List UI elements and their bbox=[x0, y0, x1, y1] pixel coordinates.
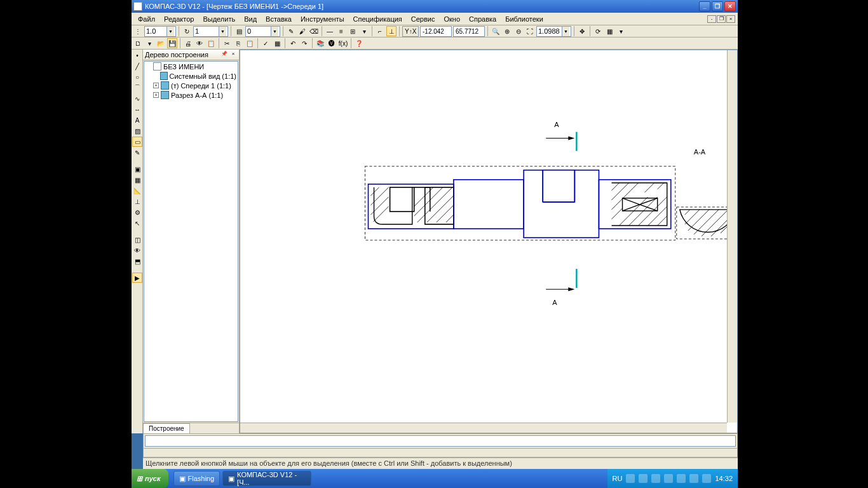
command-input[interactable] bbox=[145, 435, 736, 447]
brush-icon[interactable]: 🖌 bbox=[297, 26, 308, 36]
tree-root[interactable]: БЕЗ ИМЕНИ bbox=[144, 62, 238, 71]
clock[interactable]: 14:32 bbox=[715, 475, 733, 482]
whatsthis-icon[interactable]: ❓ bbox=[354, 38, 364, 48]
pan-icon[interactable]: ✥ bbox=[577, 26, 587, 36]
rebuild-icon[interactable]: ⟳ bbox=[593, 26, 603, 36]
zoom-in-icon[interactable]: ⊕ bbox=[502, 26, 512, 36]
check-icon[interactable]: ✓ bbox=[261, 38, 271, 48]
param-tool-icon[interactable]: ⚙ bbox=[132, 207, 142, 217]
text-tool-icon[interactable]: A bbox=[132, 115, 142, 125]
tray-icon[interactable] bbox=[626, 474, 635, 483]
doc-close[interactable]: × bbox=[726, 15, 735, 23]
doc-restore[interactable]: ❐ bbox=[717, 15, 726, 23]
line-weight-icon[interactable]: ≡ bbox=[336, 26, 346, 36]
select-tool-icon[interactable]: ↖ bbox=[132, 218, 142, 228]
table-tool-icon[interactable]: ▦ bbox=[132, 175, 142, 185]
menu-insert[interactable]: Вставка bbox=[262, 14, 295, 24]
new-icon[interactable]: 🗋 bbox=[133, 38, 143, 48]
view-tool-icon[interactable]: 👁 bbox=[132, 245, 142, 255]
scale-combo[interactable]: 1.0▼ bbox=[144, 26, 176, 37]
zoom-combo[interactable]: 1.0988▼ bbox=[536, 26, 571, 37]
menu-spec[interactable]: Спецификация bbox=[349, 14, 406, 24]
expand-icon[interactable]: + bbox=[153, 83, 159, 88]
scrollbar-horizontal[interactable] bbox=[240, 423, 727, 433]
tree-pin-icon[interactable]: 📌 bbox=[220, 51, 228, 58]
rect-tool-icon[interactable]: ▭ bbox=[132, 137, 142, 147]
coord-y-field[interactable]: 65.7712 bbox=[453, 26, 485, 37]
tree-item[interactable]: + Разрез А-А (1:1) bbox=[144, 90, 238, 100]
viewnum-combo[interactable]: 1▼ bbox=[193, 26, 228, 37]
arc-tool-icon[interactable]: ⌒ bbox=[132, 83, 142, 93]
cursor-tool-icon[interactable]: ▶ bbox=[132, 273, 142, 283]
pencil-icon[interactable]: ✎ bbox=[286, 26, 296, 36]
tree-close-icon[interactable]: × bbox=[229, 51, 237, 58]
close-button[interactable]: ✕ bbox=[724, 1, 736, 11]
taskbar-item[interactable]: ▣ Flashing bbox=[173, 471, 220, 486]
dropdown-icon[interactable]: ▾ bbox=[359, 26, 369, 36]
3d-tool-icon[interactable]: ◫ bbox=[132, 234, 142, 245]
start-button[interactable]: ⊞пуск bbox=[132, 469, 168, 488]
block-tool-icon[interactable]: ▣ bbox=[132, 164, 142, 174]
layer-combo[interactable]: 0▼ bbox=[245, 26, 280, 37]
spreadsheet-icon[interactable]: ▦ bbox=[272, 38, 282, 48]
print-icon[interactable]: 🖨 bbox=[183, 38, 193, 48]
snap-icon[interactable]: ⌐ bbox=[375, 26, 385, 36]
menu-edit[interactable]: Редактор bbox=[160, 14, 198, 24]
zoom-window-icon[interactable]: 🔍 bbox=[491, 26, 501, 36]
menu-file[interactable]: Файл bbox=[134, 14, 159, 24]
layers-icon[interactable]: ▤ bbox=[234, 26, 244, 36]
undo-icon[interactable]: ↶ bbox=[288, 38, 298, 48]
tray-icon[interactable] bbox=[639, 474, 648, 483]
maximize-button[interactable]: ❐ bbox=[712, 1, 723, 11]
minimize-button[interactable]: _ bbox=[699, 1, 710, 11]
save-icon[interactable]: 💾 bbox=[167, 38, 177, 48]
line-tool-icon[interactable]: ╱ bbox=[132, 61, 142, 71]
fx-icon[interactable]: f(x) bbox=[338, 38, 348, 48]
tree-item[interactable]: + (т) Спереди 1 (1:1) bbox=[144, 81, 238, 90]
measure-tool-icon[interactable]: 📐 bbox=[132, 186, 142, 196]
scrollbar-vertical[interactable] bbox=[727, 50, 737, 423]
tree-body[interactable]: БЕЗ ИМЕНИ Системный вид (1:1) + (т) Спер… bbox=[144, 61, 238, 422]
menu-libs[interactable]: Библиотеки bbox=[501, 14, 547, 24]
tray-icon[interactable] bbox=[651, 474, 660, 483]
menu-service[interactable]: Сервис bbox=[407, 14, 439, 24]
redraw-icon[interactable]: ▦ bbox=[604, 26, 614, 36]
ortho-icon[interactable]: ⊥ bbox=[386, 26, 397, 36]
copy-icon[interactable]: ⎘ bbox=[233, 38, 243, 48]
properties-icon[interactable]: 📋 bbox=[206, 38, 216, 48]
menu-help[interactable]: Справка bbox=[465, 14, 500, 24]
redo-icon[interactable]: ↷ bbox=[299, 38, 309, 48]
tray-icon[interactable] bbox=[664, 474, 673, 483]
menu-view[interactable]: Вид bbox=[240, 14, 261, 24]
refresh-icon[interactable]: ↻ bbox=[182, 26, 192, 36]
menu-tools[interactable]: Инструменты bbox=[297, 14, 348, 24]
spline-tool-icon[interactable]: ∿ bbox=[132, 93, 142, 104]
new-dropdown-icon[interactable]: ▾ bbox=[144, 38, 154, 48]
tray-icon[interactable] bbox=[702, 474, 711, 483]
doc-minimize[interactable]: - bbox=[707, 15, 716, 23]
zoom-out-icon[interactable]: ⊖ bbox=[513, 26, 524, 36]
library-icon[interactable]: 📚 bbox=[315, 38, 325, 48]
tray-icon[interactable] bbox=[677, 474, 686, 483]
edit-tool-icon[interactable]: ✎ bbox=[132, 147, 142, 158]
line-style-icon[interactable]: — bbox=[325, 26, 335, 36]
dimension-tool-icon[interactable]: ↔ bbox=[132, 104, 142, 114]
canvas[interactable]: А А-А bbox=[240, 50, 738, 433]
tray-icon[interactable] bbox=[689, 474, 698, 483]
circle-tool-icon[interactable]: ○ bbox=[132, 72, 142, 82]
cut-icon[interactable]: ✂ bbox=[222, 38, 232, 48]
grid-toggle-icon[interactable]: ⊞ bbox=[348, 26, 358, 36]
grip-icon[interactable]: ⋮ bbox=[133, 26, 143, 36]
taskbar-item[interactable]: ▣ КОМПАС-3D V12 - [Ч... bbox=[222, 471, 311, 486]
point-tool-icon[interactable]: • bbox=[132, 50, 142, 60]
menu-select[interactable]: Выделить bbox=[199, 14, 239, 24]
system-tray[interactable]: RU 14:32 bbox=[607, 469, 738, 488]
lang-indicator[interactable]: RU bbox=[613, 475, 623, 482]
section-tool-icon[interactable]: ⬒ bbox=[132, 256, 142, 266]
tree-item[interactable]: Системный вид (1:1) bbox=[144, 71, 238, 81]
variable-icon[interactable]: 🅥 bbox=[327, 38, 337, 48]
tree-tab-build[interactable]: Построение bbox=[143, 423, 190, 433]
expand-icon[interactable]: + bbox=[153, 92, 159, 98]
constraint-tool-icon[interactable]: ⊥ bbox=[132, 196, 142, 207]
hatch-tool-icon[interactable]: ▨ bbox=[132, 126, 142, 136]
